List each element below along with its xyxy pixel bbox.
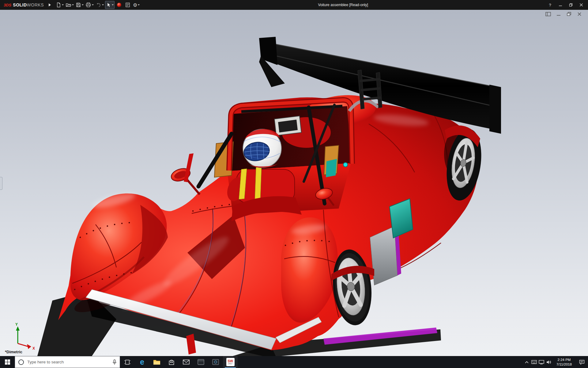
print-button[interactable] bbox=[85, 1, 94, 9]
search-placeholder: Type here to search bbox=[27, 360, 109, 364]
help-button[interactable]: ? bbox=[546, 1, 554, 9]
document-window-controls bbox=[545, 11, 582, 17]
minimize-button[interactable] bbox=[556, 1, 565, 9]
doc-restore-icon[interactable] bbox=[566, 11, 572, 17]
doc-pane-icon[interactable] bbox=[545, 11, 551, 17]
save-button[interactable] bbox=[75, 1, 84, 9]
close-button[interactable] bbox=[577, 1, 586, 9]
app-window-2-icon bbox=[212, 359, 219, 365]
store-button[interactable] bbox=[164, 356, 179, 368]
start-button[interactable] bbox=[0, 356, 15, 368]
view-orientation-label: *Dimetric bbox=[5, 350, 22, 354]
orientation-triad: Y X bbox=[7, 322, 43, 351]
folder-icon bbox=[153, 359, 160, 365]
edge-icon: e bbox=[140, 358, 144, 366]
network-icon[interactable] bbox=[538, 356, 545, 368]
store-bag-icon bbox=[168, 359, 175, 365]
task-pane-icon bbox=[125, 2, 130, 8]
solidworks-logo: 3DS SOLID WORKS bbox=[0, 2, 44, 7]
options-button[interactable]: ⚙ bbox=[132, 1, 140, 9]
clock-date: 7/11/2018 bbox=[556, 362, 572, 367]
microphone-icon[interactable] bbox=[112, 359, 117, 365]
3ds-logo-icon: 3DS bbox=[4, 3, 11, 7]
volume-icon[interactable] bbox=[545, 356, 552, 368]
brand-solid-text: SOLID bbox=[13, 2, 27, 7]
teal-panel bbox=[326, 159, 337, 177]
windows-logo-icon bbox=[5, 359, 10, 365]
new-document-icon bbox=[56, 2, 61, 8]
undo-icon bbox=[96, 2, 101, 8]
app-window-1-icon bbox=[198, 359, 204, 365]
print-icon bbox=[85, 2, 91, 8]
wiper-blade bbox=[184, 153, 194, 182]
window-controls: ? bbox=[546, 1, 588, 9]
app-window-2-button[interactable] bbox=[208, 356, 223, 368]
race-car-model[interactable] bbox=[0, 10, 588, 356]
mail-envelope-icon bbox=[183, 359, 190, 365]
restore-button[interactable] bbox=[567, 1, 575, 9]
solidworks-app-button[interactable]: SW 2017 bbox=[223, 356, 238, 368]
undo-button[interactable] bbox=[95, 1, 104, 9]
taskbar-clock[interactable]: 2:24 PM 7/11/2018 bbox=[552, 356, 576, 368]
save-floppy-icon bbox=[76, 2, 81, 8]
edge-button[interactable]: e bbox=[135, 356, 149, 368]
triad-x-label: X bbox=[32, 346, 35, 351]
windows-taskbar: Type here to search e bbox=[0, 356, 588, 368]
air-intake[interactable] bbox=[274, 116, 301, 136]
open-button[interactable] bbox=[65, 1, 74, 9]
harness-strap bbox=[255, 167, 262, 200]
close-icon bbox=[579, 3, 583, 7]
system-tray: 2:24 PM 7/11/2018 bbox=[523, 356, 588, 368]
action-center-button[interactable] bbox=[576, 356, 588, 368]
brand-works-text: WORKS bbox=[27, 2, 44, 7]
action-center-icon bbox=[579, 360, 585, 365]
file-explorer-button[interactable] bbox=[149, 356, 164, 368]
quick-access-toolbar: ⚙ bbox=[55, 1, 140, 9]
task-view-icon bbox=[124, 359, 131, 365]
graphics-area[interactable]: Y X *Dimetric bbox=[0, 10, 588, 356]
appearance-sphere-icon bbox=[116, 2, 122, 8]
task-pane-button[interactable] bbox=[124, 1, 132, 9]
app-titlebar: 3DS SOLID WORKS bbox=[0, 0, 588, 10]
options-gear-icon: ⚙ bbox=[133, 2, 137, 8]
mail-button[interactable] bbox=[179, 356, 194, 368]
open-folder-icon bbox=[66, 2, 71, 8]
new-document-button[interactable] bbox=[55, 1, 64, 9]
toolbar-expand-icon[interactable] bbox=[49, 2, 51, 8]
select-tool-button[interactable] bbox=[105, 1, 115, 9]
cortana-icon bbox=[18, 359, 24, 365]
appearance-button[interactable] bbox=[115, 1, 123, 9]
doc-close-icon[interactable] bbox=[576, 11, 582, 17]
task-view-button[interactable] bbox=[120, 356, 135, 368]
doc-minimize-icon[interactable] bbox=[556, 11, 562, 17]
document-title: Voiture assemblee [Read-only] bbox=[318, 3, 368, 7]
taskbar-search-input[interactable]: Type here to search bbox=[15, 356, 120, 368]
select-cursor-icon bbox=[106, 2, 111, 8]
touch-keyboard-icon[interactable] bbox=[530, 356, 538, 368]
hidden-icons-chevron[interactable] bbox=[523, 356, 530, 368]
solidworks-app-icon: SW 2017 bbox=[226, 358, 235, 366]
app-window-1-button[interactable] bbox=[194, 356, 208, 368]
minimize-icon bbox=[559, 3, 562, 7]
triad-y-label: Y bbox=[15, 322, 18, 327]
cyan-button bbox=[343, 163, 348, 167]
clock-time: 2:24 PM bbox=[558, 358, 571, 362]
restore-icon bbox=[569, 3, 573, 7]
